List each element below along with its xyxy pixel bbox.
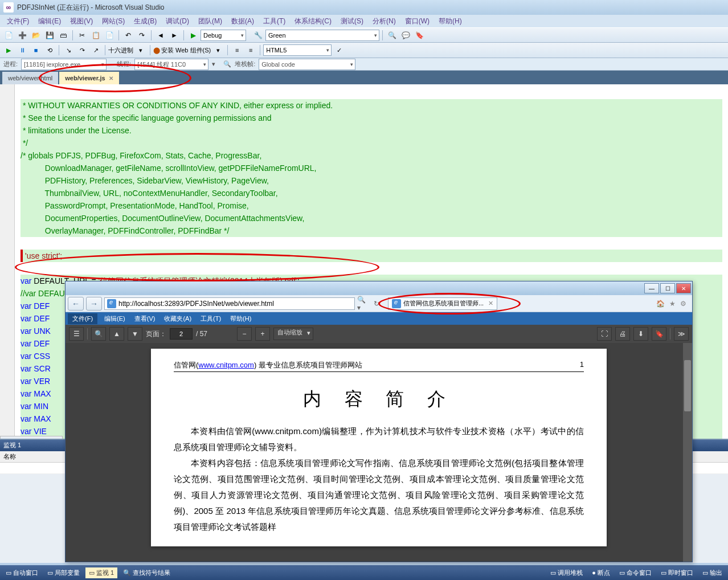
menu-data[interactable]: 数据(A)	[227, 15, 259, 27]
open-icon[interactable]: 📂	[30, 29, 42, 42]
scrollbar[interactable]	[683, 343, 692, 562]
close-button[interactable]: ✕	[676, 283, 691, 293]
nav-back-icon[interactable]: ◄	[154, 29, 167, 42]
save-icon[interactable]: 💾	[43, 29, 56, 42]
ie-menu-help[interactable]: 帮助(H)	[226, 313, 256, 324]
url-input[interactable]: http://localhost:32893/PDFJSInNet/web/vi…	[104, 297, 355, 310]
refresh-icon[interactable]: ↻	[371, 297, 382, 310]
nav-fwd-icon[interactable]: ►	[168, 29, 181, 42]
menu-analyze[interactable]: 分析(N)	[368, 15, 400, 27]
forward-button[interactable]: →	[86, 297, 102, 311]
home-icon[interactable]: 🏠	[656, 300, 665, 308]
menu-test[interactable]: 测试(S)	[336, 15, 368, 27]
sidebar-toggle-icon[interactable]: ☰	[69, 327, 84, 341]
add-item-icon[interactable]: ➕	[16, 29, 28, 42]
thread-dropdown[interactable]: [4544] 线程 11C0	[134, 59, 208, 70]
status-auto[interactable]: ▭ 自动窗口	[2, 567, 42, 578]
menu-view[interactable]: 视图(V)	[66, 15, 97, 27]
back-button[interactable]: ←	[68, 297, 84, 311]
start-icon[interactable]: ▶	[187, 29, 199, 42]
more-icon[interactable]: ≫	[674, 327, 689, 341]
tab-viewer-js[interactable]: web/viewer.js✕	[59, 72, 118, 84]
stackframe-dropdown[interactable]: Global code	[259, 59, 355, 70]
status-cmd[interactable]: ▭ 命令窗口	[616, 567, 655, 578]
menu-arch[interactable]: 体系结构(C)	[290, 15, 336, 27]
presentation-icon[interactable]: ⛶	[597, 327, 612, 341]
menu-help[interactable]: 帮助(H)	[434, 15, 467, 27]
search-icon[interactable]: 🔍▾	[357, 297, 369, 310]
find-icon[interactable]: 🔍	[386, 29, 398, 42]
step-over-icon[interactable]: ↷	[76, 44, 88, 56]
status-out[interactable]: ▭ 输出	[699, 567, 726, 578]
pdf-viewport[interactable]: 信管网(www.cnitpm.com) 最专业信息系统项目管理师网站 1 内 容…	[66, 343, 692, 562]
menu-build[interactable]: 生成(B)	[129, 15, 161, 27]
status-local[interactable]: ▭ 局部变量	[44, 567, 83, 578]
menu-tools[interactable]: 工具(T)	[259, 15, 290, 27]
tab-viewer-html[interactable]: web/viewer.html	[2, 72, 58, 84]
status-find[interactable]: 🔍 查找符号结果	[120, 567, 174, 578]
ie-tab[interactable]: 信管网信息系统项目管理师... ✕	[388, 297, 497, 310]
menu-edit[interactable]: 编辑(E)	[34, 15, 66, 27]
step-out-icon[interactable]: ↗	[89, 44, 102, 56]
install-dropdown-icon[interactable]: ▾	[212, 44, 224, 56]
hex-dropdown-icon[interactable]: ▾	[134, 44, 147, 56]
status-imm[interactable]: ▭ 即时窗口	[657, 567, 697, 578]
menu-debug[interactable]: 调试(D)	[161, 15, 194, 27]
hex-toggle[interactable]: 十六进制	[108, 46, 133, 55]
menu-window[interactable]: 窗口(W)	[400, 15, 434, 27]
ie-menu-edit[interactable]: 编辑(E)	[100, 313, 130, 324]
menu-site[interactable]: 网站(S)	[97, 15, 129, 27]
ie-titlebar[interactable]: — ☐ ✕	[66, 281, 692, 295]
gear-icon[interactable]: ⚙	[680, 300, 686, 308]
next-page-icon[interactable]: ▼	[128, 327, 142, 341]
menu-file[interactable]: 文件(F)	[2, 15, 34, 27]
download-icon[interactable]: ⬇	[633, 327, 648, 341]
page-input[interactable]	[170, 328, 193, 340]
save-all-icon[interactable]: 🗃	[57, 29, 69, 42]
zoom-in-icon[interactable]: +	[255, 327, 270, 341]
platform-icon[interactable]: 🔧	[252, 29, 264, 42]
ie-menu-file[interactable]: 文件(F)	[68, 313, 97, 324]
ie-menu-tools[interactable]: 工具(T)	[196, 313, 226, 324]
doctype-dropdown[interactable]: HTML5	[263, 44, 332, 56]
ie-menu-fav[interactable]: 收藏夹(A)	[159, 313, 196, 324]
status-watch[interactable]: ▭ 监视 1	[85, 567, 117, 578]
outdent-icon[interactable]: ≡	[244, 44, 257, 56]
prev-page-icon[interactable]: ▲	[109, 327, 124, 341]
stop-icon[interactable]: ■	[30, 44, 42, 56]
menu-team[interactable]: 团队(M)	[194, 15, 227, 27]
validate-icon[interactable]: ✓	[333, 44, 345, 56]
step-into-icon[interactable]: ↘	[62, 44, 75, 56]
status-callstack[interactable]: ▭ 调用堆栈	[547, 567, 586, 578]
tab-close-icon[interactable]: ✕	[488, 300, 493, 307]
zoom-select[interactable]: 自动缩放	[273, 328, 313, 340]
indent-icon[interactable]: ≡	[231, 44, 243, 56]
bookmark-icon[interactable]: 🔖	[413, 29, 426, 42]
continue-icon[interactable]: ▶	[2, 44, 15, 56]
bookmark-icon[interactable]: 🔖	[652, 327, 666, 341]
header-link[interactable]: www.cnitpm.com	[198, 361, 254, 369]
restart-icon[interactable]: ⟲	[43, 44, 56, 56]
paste-icon[interactable]: 📄	[103, 29, 116, 42]
zoom-out-icon[interactable]: −	[237, 327, 252, 341]
platform-dropdown[interactable]: Green	[265, 30, 379, 41]
minimize-button[interactable]: —	[644, 283, 659, 293]
redo-icon[interactable]: ↷	[136, 29, 148, 42]
status-bp[interactable]: ● 断点	[588, 567, 614, 578]
copy-icon[interactable]: 📋	[89, 29, 102, 42]
config-dropdown[interactable]: Debug	[201, 30, 246, 41]
process-dropdown[interactable]: [11816] iexplore.exe	[21, 59, 107, 70]
cut-icon[interactable]: ✂	[76, 29, 88, 42]
favorites-icon[interactable]: ★	[669, 300, 676, 308]
maximize-button[interactable]: ☐	[660, 283, 675, 293]
pause-icon[interactable]: ⏸	[16, 44, 28, 56]
undo-icon[interactable]: ↶	[122, 29, 134, 42]
comment-icon[interactable]: 💬	[399, 29, 412, 42]
print-icon[interactable]: 🖨	[615, 327, 630, 341]
ie-menu-view[interactable]: 查看(V)	[130, 313, 160, 324]
find-icon[interactable]: 🔍	[91, 327, 106, 341]
scrollbar-thumb[interactable]	[684, 360, 691, 411]
new-project-icon[interactable]: 📄	[2, 29, 15, 42]
install-web[interactable]: 安装 Web 组件(S)	[161, 46, 211, 55]
close-icon[interactable]: ✕	[109, 75, 113, 81]
